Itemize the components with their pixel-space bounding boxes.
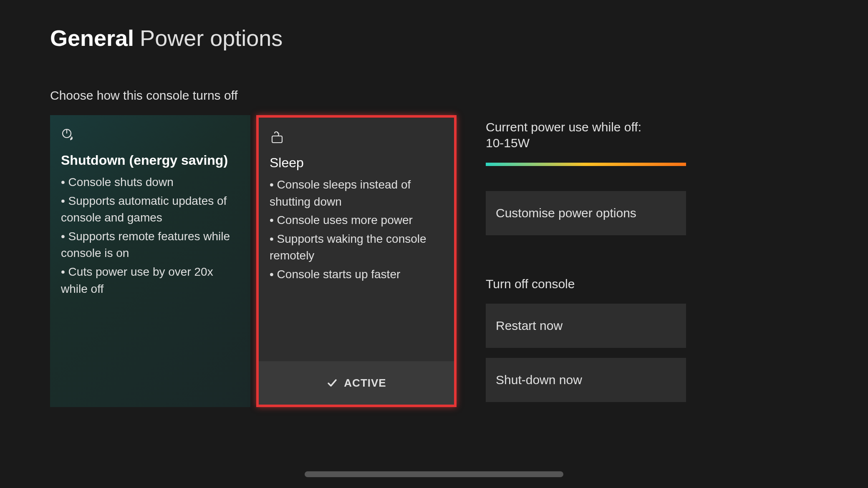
header-category: General xyxy=(50,25,134,51)
sleep-icon xyxy=(270,130,285,145)
sleep-bullet: • Console uses more power xyxy=(270,212,443,229)
restart-now-button[interactable]: Restart now xyxy=(486,304,686,348)
svg-rect-2 xyxy=(272,136,282,143)
power-mode-card-shutdown[interactable]: Shutdown (energy saving) • Console shuts… xyxy=(50,115,250,407)
power-mode-card-sleep[interactable]: Sleep • Console sleeps instead of shutti… xyxy=(256,115,457,407)
sleep-bullet: • Console sleeps instead of shutting dow… xyxy=(270,176,443,210)
shutdown-bullet: • Supports remote features while console… xyxy=(61,228,240,262)
energy-saving-icon xyxy=(61,128,76,143)
shutdown-bullet: • Supports automatic updates of console … xyxy=(61,193,240,226)
turn-off-section-label: Turn off console xyxy=(486,277,686,291)
restart-button-label: Restart now xyxy=(496,319,563,333)
sleep-bullet: • Console starts up faster xyxy=(270,266,443,283)
power-usage-bar xyxy=(486,163,686,166)
customise-power-options-button[interactable]: Customise power options xyxy=(486,191,686,235)
shutdown-bullet: • Cuts power use by over 20x while off xyxy=(61,264,240,297)
sleep-card-title: Sleep xyxy=(270,155,443,171)
shutdown-now-button[interactable]: Shut-down now xyxy=(486,358,686,402)
active-badge: ACTIVE xyxy=(259,361,454,405)
active-label: ACTIVE xyxy=(344,377,386,390)
shutdown-button-label: Shut-down now xyxy=(496,373,582,387)
bottom-handle-bar xyxy=(305,471,563,477)
sleep-bullet: • Supports waking the console remotely xyxy=(270,231,443,264)
current-power-label: Current power use while off: xyxy=(486,118,686,136)
current-power-value: 10-15W xyxy=(486,136,686,150)
shutdown-card-title: Shutdown (energy saving) xyxy=(61,153,240,168)
page-header: General Power options xyxy=(50,25,818,51)
customise-button-label: Customise power options xyxy=(496,206,636,220)
shutdown-bullet: • Console shuts down xyxy=(61,174,240,191)
section-label: Choose how this console turns off xyxy=(50,88,818,103)
header-title: Power options xyxy=(140,25,283,51)
checkmark-icon xyxy=(326,377,338,389)
